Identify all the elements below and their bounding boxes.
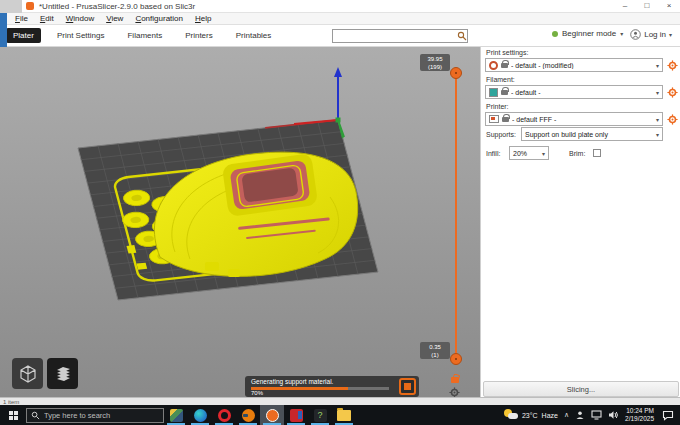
menu-view[interactable]: View bbox=[101, 14, 128, 23]
taskbar-opera[interactable] bbox=[212, 405, 236, 425]
taskbar-clock[interactable]: 10:24 PM 2/19/2025 bbox=[625, 407, 654, 423]
layer-slider-track[interactable] bbox=[455, 72, 457, 358]
progress-percent: 70% bbox=[251, 390, 263, 396]
taskbar-red-app[interactable] bbox=[284, 405, 308, 425]
layer-slider-top-handle[interactable] bbox=[450, 67, 462, 79]
chevron-down-icon: ▾ bbox=[656, 62, 659, 69]
mode-selector[interactable]: Beginner mode ▾ bbox=[552, 29, 623, 38]
infill-label: Infill: bbox=[486, 150, 500, 157]
settings-search-input[interactable] bbox=[333, 30, 457, 42]
bottom-layer-height: 0.35 bbox=[420, 343, 450, 351]
tab-printers[interactable]: Printers bbox=[178, 28, 220, 43]
close-button[interactable]: × bbox=[658, 0, 680, 13]
weather-temp: 23°C bbox=[522, 412, 538, 419]
menu-configuration[interactable]: Configuration bbox=[130, 14, 188, 23]
weather-condition: Haze bbox=[542, 412, 558, 419]
taskbar-photos-app[interactable] bbox=[164, 405, 188, 425]
tab-filaments[interactable]: Filaments bbox=[120, 28, 169, 43]
cancel-slicing-button[interactable] bbox=[399, 378, 416, 395]
filament-dropdown[interactable]: - default - ▾ bbox=[485, 85, 663, 99]
printer-icon bbox=[489, 115, 499, 123]
tray-overflow-chevron-icon[interactable]: ∧ bbox=[564, 411, 569, 419]
prusaslicer-app-icon bbox=[26, 2, 34, 10]
printer-gear-button[interactable] bbox=[666, 112, 679, 126]
minimize-button[interactable]: – bbox=[614, 0, 636, 13]
tab-plater[interactable]: Plater bbox=[6, 28, 41, 43]
menu-edit[interactable]: Edit bbox=[35, 14, 59, 23]
maximize-button[interactable]: □ bbox=[636, 0, 658, 13]
layer-slider-top-tooltip: 39.95 (199) bbox=[420, 54, 450, 71]
notification-icon bbox=[662, 410, 674, 421]
speaker-tray-icon[interactable] bbox=[608, 410, 619, 420]
printer-dropdown[interactable]: - default FFF - ▾ bbox=[485, 112, 663, 126]
search-icon bbox=[31, 411, 40, 420]
weather-widget[interactable]: 23°C Haze bbox=[504, 409, 558, 421]
chevron-down-icon: ▾ bbox=[669, 31, 672, 38]
print-settings-gear-button[interactable] bbox=[666, 58, 679, 72]
desktop-edge bbox=[0, 0, 22, 13]
layer-slider-bottom-tooltip: 0.35 (1) bbox=[420, 342, 450, 359]
clock-date: 2/19/2025 bbox=[625, 415, 654, 423]
folder-icon bbox=[337, 410, 351, 421]
top-layer-number: (199) bbox=[420, 63, 450, 71]
gear-icon bbox=[667, 60, 678, 71]
layers-cube-icon bbox=[53, 364, 73, 384]
login-button[interactable]: Log in ▾ bbox=[630, 29, 672, 40]
beginner-mode-dot-icon bbox=[552, 31, 558, 37]
taskbar-edge[interactable] bbox=[188, 405, 212, 425]
print-settings-dropdown[interactable]: - default - (modified) ▾ bbox=[485, 58, 663, 72]
3d-editor-view-button[interactable] bbox=[12, 358, 43, 389]
print-settings-value: - default - (modified) bbox=[511, 62, 653, 69]
display-tray-icon[interactable] bbox=[591, 410, 602, 420]
start-button[interactable] bbox=[0, 405, 26, 425]
weather-icon bbox=[504, 409, 518, 421]
chevron-down-icon: ▾ bbox=[620, 30, 623, 37]
tab-printables[interactable]: Printables bbox=[229, 28, 279, 43]
taskbar-question-app[interactable]: ? bbox=[308, 405, 332, 425]
3d-scene bbox=[0, 47, 480, 397]
main-area: 39.95 (199) 0.35 (1) bbox=[0, 47, 680, 397]
user-tray-icon[interactable] bbox=[575, 410, 585, 420]
tab-bar: Plater Print Settings Filaments Printers… bbox=[0, 25, 680, 47]
printer-value: - default FFF - bbox=[512, 116, 653, 123]
3d-viewport[interactable]: 39.95 (199) 0.35 (1) bbox=[0, 47, 480, 397]
lock-icon bbox=[502, 117, 509, 122]
taskbar-search-input[interactable] bbox=[44, 411, 159, 420]
menu-help[interactable]: Help bbox=[190, 14, 216, 23]
menu-file[interactable]: File bbox=[10, 14, 33, 23]
slice-now-button[interactable]: Slicing... bbox=[483, 381, 679, 397]
photos-app-icon bbox=[170, 409, 183, 422]
windows-logo-icon bbox=[9, 411, 18, 420]
chevron-down-icon: ▾ bbox=[656, 116, 659, 123]
preview-view-button[interactable] bbox=[47, 358, 78, 389]
clock-time: 10:24 PM bbox=[625, 407, 654, 415]
progress-bar bbox=[251, 387, 389, 390]
bottom-layer-number: (1) bbox=[420, 351, 450, 359]
tab-print-settings[interactable]: Print Settings bbox=[50, 28, 112, 43]
search-icon bbox=[457, 31, 467, 41]
layer-slider-bottom-handle[interactable] bbox=[450, 353, 462, 365]
print-settings-icon bbox=[489, 61, 498, 70]
slider-gear-icon[interactable] bbox=[449, 384, 460, 397]
taskbar-blender[interactable] bbox=[236, 405, 260, 425]
slicing-progress-dialog: Generating support material. 70% bbox=[245, 376, 419, 397]
brim-checkbox[interactable] bbox=[593, 149, 601, 157]
stop-icon bbox=[404, 383, 411, 390]
taskbar-prusaslicer[interactable] bbox=[260, 405, 284, 425]
gear-icon bbox=[667, 114, 678, 125]
filament-gear-button[interactable] bbox=[666, 85, 679, 99]
taskbar-file-explorer[interactable] bbox=[332, 405, 356, 425]
gear-icon bbox=[667, 87, 678, 98]
opera-browser-icon bbox=[218, 409, 231, 422]
settings-search-box bbox=[332, 29, 468, 43]
action-center-button[interactable] bbox=[660, 408, 676, 422]
chevron-down-icon: ▾ bbox=[542, 150, 545, 157]
lock-icon bbox=[501, 63, 508, 68]
infill-dropdown[interactable]: 20% ▾ bbox=[509, 146, 549, 160]
supports-dropdown[interactable]: Support on build plate only ▾ bbox=[521, 127, 663, 141]
cube-icon bbox=[18, 364, 38, 384]
taskbar-search-box bbox=[26, 408, 164, 423]
question-app-icon: ? bbox=[314, 409, 327, 422]
menu-window[interactable]: Window bbox=[61, 14, 99, 23]
system-tray: 23°C Haze ∧ 10:24 PM 2/19/2025 bbox=[504, 407, 680, 423]
